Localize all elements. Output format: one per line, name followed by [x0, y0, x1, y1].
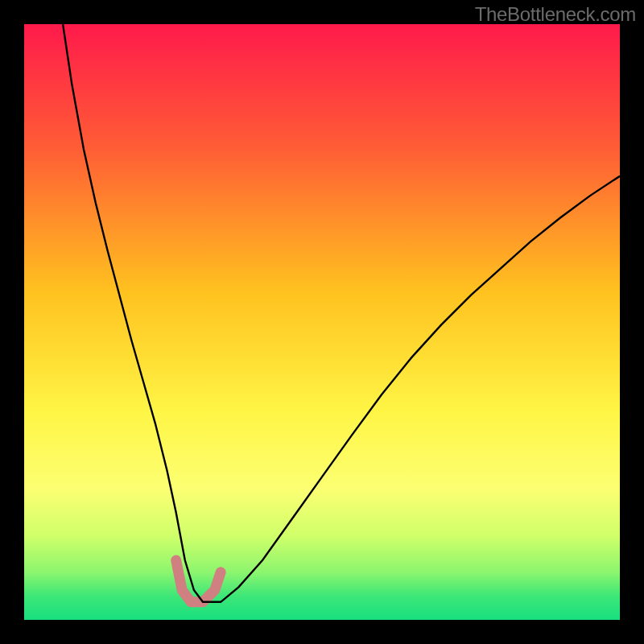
watermark-text: TheBottleneck.com: [475, 3, 636, 26]
gradient-background: [24, 24, 620, 620]
chart-frame: TheBottleneck.com: [0, 0, 644, 644]
plot-area: [24, 24, 620, 620]
chart-svg: [24, 24, 620, 620]
